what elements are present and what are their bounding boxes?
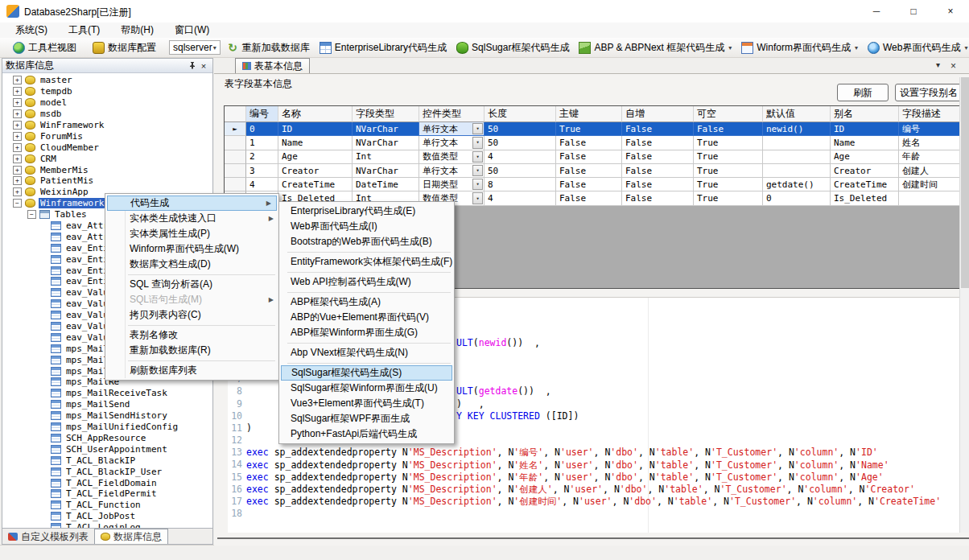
maximize-button[interactable]: □ bbox=[895, 0, 932, 23]
context-menu-item-6[interactable]: SQL 查询分析器(A) bbox=[105, 277, 278, 292]
grid-cell[interactable]: Int bbox=[353, 150, 419, 164]
grid-cell[interactable]: False bbox=[694, 122, 763, 136]
tree-node[interactable]: T_ACL_JobPost bbox=[2, 511, 212, 522]
tree-expand-toggle[interactable]: + bbox=[13, 76, 22, 84]
menubar-item-2[interactable]: 帮助(H) bbox=[110, 23, 164, 38]
tree-expand-toggle[interactable]: + bbox=[13, 154, 22, 163]
chevron-down-icon[interactable]: ▾ bbox=[472, 123, 483, 134]
grid-cell[interactable] bbox=[763, 150, 831, 164]
tree-node[interactable]: SCH_AppResource bbox=[2, 433, 212, 444]
context-menu-item-13[interactable]: 刷新数据库列表 bbox=[105, 363, 278, 378]
context-menu-item-1[interactable]: 实体类生成快速入口▶ bbox=[105, 211, 278, 226]
tree-expand-toggle[interactable]: + bbox=[13, 166, 22, 175]
tree-node[interactable]: +model bbox=[2, 97, 212, 109]
abp-codegen-button[interactable]: ABP & ABPNext 框架代码生成 ▾ bbox=[575, 39, 735, 56]
row-indicator[interactable] bbox=[225, 164, 246, 178]
grid-header-8[interactable]: 默认值 bbox=[763, 106, 831, 122]
tree-node[interactable]: +msdb bbox=[2, 109, 212, 120]
grid-cell[interactable] bbox=[763, 136, 831, 150]
grid-header-6[interactable]: 自增 bbox=[622, 106, 694, 122]
submenu-item-10[interactable]: ABP框架Winform界面生成(G) bbox=[279, 325, 454, 340]
submenu-item-12[interactable]: Abp VNext框架代码生成(N) bbox=[279, 345, 454, 360]
tree-node[interactable]: +CRM bbox=[2, 153, 212, 164]
grid-cell[interactable]: 50 bbox=[484, 164, 556, 178]
reload-database-button[interactable]: ↻ 重新加载数据库 bbox=[224, 39, 313, 56]
toolbar-view-button[interactable]: 工具栏视图 bbox=[10, 39, 80, 56]
grid-cell[interactable]: 50 bbox=[484, 136, 556, 150]
chevron-down-icon[interactable]: ▾ bbox=[964, 44, 967, 51]
tree-expand-toggle[interactable]: + bbox=[13, 176, 22, 185]
tab-table-basic-info[interactable]: 表基本信息 bbox=[235, 58, 310, 73]
grid-cell[interactable]: 4 bbox=[246, 178, 278, 191]
tree-node[interactable]: +ForumMis bbox=[2, 130, 212, 142]
winform-codegen-button[interactable]: Winform界面代码生成 ▾ bbox=[738, 39, 861, 56]
chevron-down-icon[interactable]: ▾ bbox=[472, 165, 483, 176]
grid-cell[interactable]: 编号 bbox=[899, 122, 963, 136]
sqlsugar-codegen-button[interactable]: SqlSugar框架代码生成 bbox=[453, 39, 572, 56]
tree-expand-toggle[interactable]: + bbox=[13, 187, 22, 196]
submenu-item-18[interactable]: Python+FastApi后端代码生成 bbox=[279, 426, 454, 442]
menubar-item-0[interactable]: 系统(S) bbox=[5, 23, 58, 38]
close-icon[interactable]: × bbox=[950, 60, 956, 72]
grid-cell[interactable]: Is_Deleted bbox=[831, 191, 899, 205]
grid-cell[interactable]: 单行文本▾ bbox=[419, 122, 484, 136]
grid-cell[interactable]: False bbox=[556, 178, 622, 191]
chevron-down-icon[interactable]: ▾ bbox=[855, 44, 858, 51]
tree-expand-toggle[interactable]: + bbox=[13, 98, 22, 107]
grid-cell[interactable]: False bbox=[622, 150, 694, 164]
grid-cell[interactable]: False bbox=[622, 191, 694, 205]
grid-cell[interactable] bbox=[763, 164, 831, 178]
dock-tab-0[interactable]: 自定义模板列表 bbox=[2, 529, 94, 544]
tree-node[interactable]: mps_MailReceiveTask bbox=[2, 388, 212, 399]
submenu-item-4[interactable]: EntityFramework实体框架代码生成(F) bbox=[279, 254, 454, 270]
tree-expand-toggle[interactable]: − bbox=[13, 199, 22, 208]
grid-cell[interactable]: 姓名 bbox=[899, 136, 963, 150]
chevron-down-icon[interactable]: ▾ bbox=[472, 151, 483, 163]
grid-cell[interactable]: False bbox=[556, 136, 622, 150]
grid-cell[interactable]: Age bbox=[278, 150, 353, 164]
grid-cell[interactable]: False bbox=[556, 191, 622, 205]
horizontal-scrollbar[interactable] bbox=[217, 537, 969, 539]
context-menu-item-2[interactable]: 实体类属性生成(P) bbox=[105, 226, 278, 241]
dock-tab-1[interactable]: 数据库信息 bbox=[94, 529, 168, 544]
context-menu-item-11[interactable]: 重新加载数据库(R) bbox=[105, 343, 278, 358]
grid-cell[interactable]: 4 bbox=[484, 150, 556, 164]
grid-cell[interactable]: False bbox=[622, 164, 694, 178]
grid-cell[interactable]: 50 bbox=[484, 122, 556, 136]
minimize-button[interactable]: ─ bbox=[858, 0, 895, 23]
tree-expand-toggle[interactable]: + bbox=[13, 87, 22, 96]
grid-header-4[interactable]: 长度 bbox=[484, 106, 556, 122]
submenu-item-9[interactable]: ABP的Vue+Element界面代码(V) bbox=[279, 310, 454, 325]
grid-header-1[interactable]: 名称 bbox=[278, 106, 353, 122]
tree-node[interactable]: mps_MailSend bbox=[2, 399, 212, 410]
tree-node[interactable]: mps_MailSendHistory bbox=[2, 410, 212, 422]
grid-cell[interactable]: NVarChar bbox=[353, 164, 419, 178]
grid-header-5[interactable]: 主键 bbox=[556, 106, 622, 122]
grid-cell[interactable]: True bbox=[694, 191, 763, 205]
grid-header-7[interactable]: 可空 bbox=[694, 106, 763, 122]
row-indicator[interactable] bbox=[225, 178, 246, 191]
context-menu-item-8[interactable]: 拷贝列表内容(C) bbox=[105, 307, 278, 323]
tree-node[interactable]: +PatientMis bbox=[2, 175, 212, 187]
grid-cell[interactable]: Creator bbox=[831, 164, 899, 178]
grid-cell[interactable]: DateTime bbox=[353, 178, 419, 191]
tree-node[interactable]: mps_MailUnifiedConfig bbox=[2, 422, 212, 433]
pin-icon[interactable] bbox=[187, 61, 198, 71]
tree-node[interactable]: T_ACL_Function bbox=[2, 500, 212, 511]
vertical-scrollbar[interactable] bbox=[959, 77, 969, 533]
tree-node[interactable]: +master bbox=[2, 75, 212, 86]
grid-cell[interactable]: 单行文本▾ bbox=[419, 164, 484, 178]
tree-node[interactable]: T_ACL_BlackIP bbox=[2, 455, 212, 466]
chevron-down-icon[interactable]: ▾ bbox=[472, 179, 483, 190]
grid-cell[interactable]: Name bbox=[831, 136, 899, 150]
chevron-down-icon[interactable]: ▾ bbox=[472, 192, 483, 204]
grid-cell[interactable]: False bbox=[622, 178, 694, 191]
grid-cell[interactable]: True bbox=[694, 136, 763, 150]
close-button[interactable]: × bbox=[932, 0, 969, 23]
grid-cell[interactable]: 日期类型▾ bbox=[419, 178, 484, 191]
tree-node[interactable]: T_ACL_LoginLog bbox=[2, 522, 212, 528]
grid-header-2[interactable]: 字段类型 bbox=[353, 106, 419, 122]
grid-cell[interactable]: Creator bbox=[278, 164, 353, 178]
grid-cell[interactable]: 0 bbox=[763, 191, 831, 205]
chevron-down-icon[interactable]: ▾ bbox=[472, 137, 483, 148]
